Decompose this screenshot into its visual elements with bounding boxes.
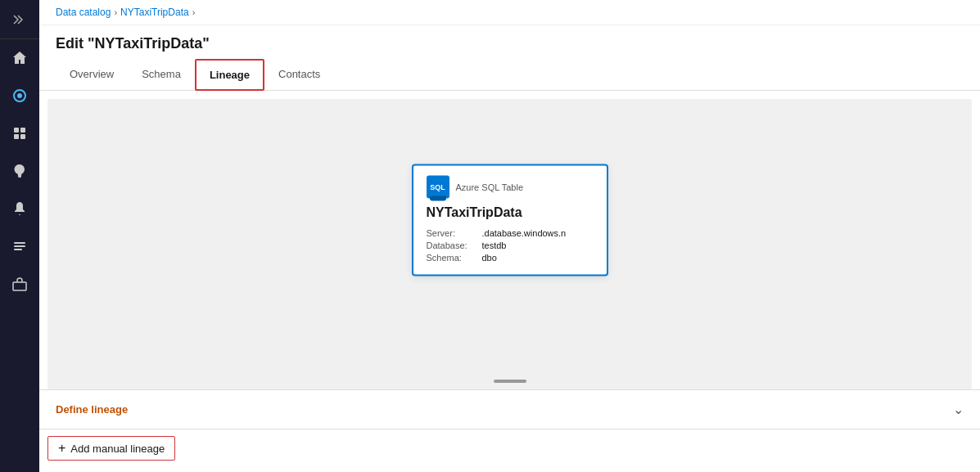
sidebar-item-alerts[interactable] — [0, 190, 39, 227]
breadcrumb-asset-link[interactable]: NYTaxiTripData — [120, 7, 189, 18]
define-lineage-header[interactable]: Define lineage ⌄ — [47, 390, 972, 429]
sidebar — [0, 0, 39, 472]
sidebar-item-catalog[interactable] — [0, 77, 39, 115]
add-lineage-area: + Add manual lineage — [39, 429, 980, 472]
sql-icon-text: SQL — [430, 182, 445, 191]
sidebar-item-insights[interactable] — [0, 152, 39, 190]
node-name: NYTaxiTripData — [427, 205, 594, 219]
database-value: testdb — [482, 240, 507, 249]
node-type-label: Azure SQL Table — [456, 182, 524, 191]
svg-point-1 — [17, 93, 22, 98]
main-content: Data catalog › NYTaxiTripData › Edit "NY… — [39, 0, 980, 472]
node-schema-row: Schema: dbo — [427, 252, 594, 262]
svg-rect-8 — [14, 245, 25, 247]
node-database-row: Database: testdb — [427, 240, 594, 249]
tab-overview[interactable]: Overview — [56, 59, 128, 91]
svg-rect-3 — [20, 128, 25, 133]
sidebar-expand-button[interactable] — [0, 0, 39, 39]
scroll-indicator — [494, 380, 526, 383]
svg-rect-7 — [14, 242, 25, 244]
add-manual-lineage-button[interactable]: + Add manual lineage — [47, 436, 175, 461]
svg-rect-4 — [14, 134, 19, 139]
define-lineage-section: Define lineage ⌄ — [39, 389, 980, 429]
define-lineage-title: Define lineage — [56, 403, 128, 416]
sidebar-item-toolbox[interactable] — [0, 265, 39, 303]
node-server-row: Server: .database.windows.n — [427, 227, 594, 237]
breadcrumb-separator-2: › — [192, 7, 196, 17]
svg-rect-10 — [13, 282, 26, 290]
plus-icon: + — [58, 442, 65, 455]
tab-contacts[interactable]: Contacts — [264, 59, 334, 91]
sidebar-item-home[interactable] — [0, 39, 39, 77]
lineage-canvas: SQL Azure SQL Table NYTaxiTripData Serve… — [47, 99, 972, 389]
add-lineage-label: Add manual lineage — [70, 443, 165, 455]
svg-rect-9 — [14, 249, 22, 250]
node-card: SQL Azure SQL Table NYTaxiTripData Serve… — [412, 164, 608, 276]
tab-schema[interactable]: Schema — [128, 59, 195, 91]
schema-label: Schema: — [427, 252, 476, 262]
tab-lineage[interactable]: Lineage — [195, 59, 264, 91]
node-details: Server: .database.windows.n Database: te… — [427, 227, 594, 262]
node-header: SQL Azure SQL Table — [427, 175, 594, 198]
svg-rect-5 — [20, 134, 25, 139]
breadcrumb-catalog-link[interactable]: Data catalog — [56, 7, 111, 18]
breadcrumb-separator-1: › — [114, 7, 117, 17]
sidebar-item-management[interactable] — [0, 115, 39, 152]
svg-rect-2 — [14, 128, 19, 133]
schema-value: dbo — [482, 252, 497, 262]
tabs-bar: Overview Schema Lineage Contacts — [39, 59, 980, 91]
svg-rect-6 — [18, 176, 21, 178]
database-label: Database: — [427, 240, 476, 249]
sql-icon: SQL — [427, 175, 449, 198]
define-lineage-chevron: ⌄ — [953, 402, 964, 417]
page-title: Edit "NYTaxiTripData" — [39, 25, 980, 59]
server-value: .database.windows.n — [482, 227, 567, 237]
breadcrumb: Data catalog › NYTaxiTripData › — [39, 0, 980, 25]
server-label: Server: — [427, 227, 476, 237]
sidebar-item-tasks[interactable] — [0, 227, 39, 265]
